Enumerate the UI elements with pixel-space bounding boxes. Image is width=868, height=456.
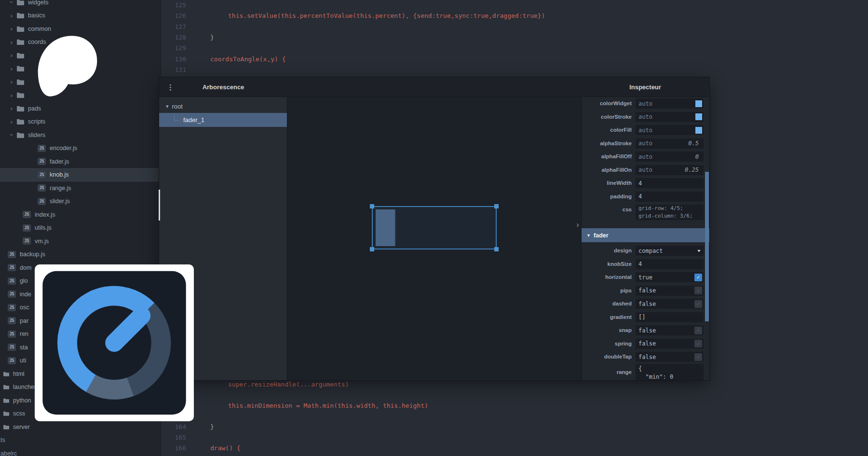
property-label: css bbox=[582, 205, 636, 215]
line-number: 125 bbox=[168, 1, 186, 12]
file-tree-item-vm-js[interactable]: JSvm.js bbox=[0, 235, 161, 248]
file-tree-item-label: uti bbox=[20, 357, 26, 364]
property-input-dashed[interactable]: false✓ bbox=[636, 299, 704, 309]
file-tree-item-index-js[interactable]: JSindex.js bbox=[0, 208, 161, 221]
js-file-icon: JS bbox=[8, 277, 16, 285]
selection-handle[interactable] bbox=[370, 204, 374, 208]
tree-node-fader[interactable]: fader_1 bbox=[159, 113, 287, 127]
js-file-icon: JS bbox=[38, 145, 46, 152]
color-swatch[interactable] bbox=[695, 127, 702, 134]
property-input-knobSize[interactable]: 4 bbox=[636, 259, 704, 269]
panel-drag-handle[interactable] bbox=[159, 190, 160, 221]
checkbox-horizontal[interactable]: ✓ bbox=[694, 274, 702, 281]
file-tree-item-widgets[interactable]: ›widgets bbox=[0, 0, 161, 9]
color-swatch[interactable] bbox=[695, 100, 702, 107]
property-input-horizontal[interactable]: true✓ bbox=[636, 272, 704, 282]
folder-icon bbox=[3, 398, 9, 403]
property-input-css[interactable]: grid-row: 4/5; grid-column: 3/6; bbox=[636, 205, 704, 220]
screen: 125126this.setValue(this.percentToValue(… bbox=[0, 0, 868, 456]
property-label: spring bbox=[582, 339, 636, 349]
file-tree-item-sliders[interactable]: ›sliders bbox=[0, 128, 161, 142]
property-input-gradient[interactable]: [] bbox=[636, 312, 704, 322]
property-input-padding[interactable]: 4 bbox=[636, 192, 704, 202]
collapse-panel-icon[interactable]: › bbox=[576, 220, 579, 230]
property-input-alphaFillOn[interactable]: auto0.25 bbox=[636, 165, 704, 175]
dropdown-caret-icon[interactable]: ▾ bbox=[697, 248, 701, 254]
file-tree-item-pads[interactable]: ›pads bbox=[0, 102, 161, 115]
file-tree-item-label: index.js bbox=[35, 211, 55, 218]
file-tree-item-basics[interactable]: ›basics bbox=[0, 9, 161, 23]
knob-tile bbox=[35, 264, 194, 421]
property-row-knobSize: knobSize4 bbox=[582, 258, 709, 271]
property-label: alphaFillOff bbox=[582, 152, 636, 162]
property-input-colorWidget[interactable]: auto bbox=[636, 98, 704, 109]
tree-node-root[interactable]: ▾ root bbox=[159, 99, 287, 113]
selection-handle[interactable] bbox=[370, 247, 374, 251]
checkbox-pips[interactable]: ✓ bbox=[694, 287, 702, 294]
file-tree-item-fader-js[interactable]: JSfader.js bbox=[0, 155, 161, 168]
property-default-value: 0 bbox=[695, 153, 699, 160]
folder-icon bbox=[17, 79, 24, 85]
property-input-doubleTap[interactable]: false✓ bbox=[636, 352, 704, 362]
folder-icon bbox=[17, 119, 24, 124]
property-input-design[interactable]: compact▾ bbox=[636, 246, 704, 256]
checkbox-spring[interactable]: ✓ bbox=[694, 340, 702, 347]
chevron-icon: › bbox=[9, 52, 14, 58]
file-tree-item-slider-js[interactable]: JSslider.js bbox=[0, 195, 161, 208]
inspector-section-fader[interactable]: ▾fader bbox=[582, 228, 709, 242]
property-value: auto bbox=[638, 153, 652, 160]
file-tree-item-label: par bbox=[20, 318, 28, 324]
js-file-icon: JS bbox=[38, 198, 46, 205]
file-tree-item-server[interactable]: server bbox=[0, 420, 161, 434]
folder-icon bbox=[3, 385, 9, 389]
property-row-css: cssgrid-row: 4/5; grid-column: 3/6; bbox=[582, 203, 709, 224]
js-file-icon: JS bbox=[8, 357, 16, 364]
property-input-snap[interactable]: false✓ bbox=[636, 325, 704, 335]
selection-handle[interactable] bbox=[494, 204, 499, 208]
property-input-alphaFillOff[interactable]: auto0 bbox=[636, 152, 704, 162]
checkbox-doubleTap[interactable]: ✓ bbox=[694, 353, 702, 361]
file-tree-item-abelrc[interactable]: abelrc bbox=[0, 447, 161, 456]
line-number: 130 bbox=[168, 55, 186, 66]
file-tree-item-backup-js[interactable]: JSbackup.js bbox=[0, 248, 161, 262]
property-value: 4 bbox=[638, 180, 642, 187]
chevron-icon: › bbox=[9, 39, 14, 45]
property-input-alphaStroke[interactable]: auto0.5 bbox=[636, 138, 704, 149]
folder-icon bbox=[17, 132, 24, 138]
property-input-pips[interactable]: false✓ bbox=[636, 286, 704, 296]
fader-widget[interactable] bbox=[372, 206, 497, 249]
inspector-panel: colorWidgetautocolorStrokeautocolorFilla… bbox=[581, 97, 709, 380]
knob-icon bbox=[38, 267, 191, 418]
property-default-value: 0.5 bbox=[688, 140, 699, 147]
file-tree-item-ts[interactable]: ts bbox=[0, 434, 161, 447]
property-input-lineWidth[interactable]: 4 bbox=[636, 178, 704, 188]
file-tree-item-encoder-js[interactable]: JSencoder.js bbox=[0, 142, 161, 155]
file-tree-item-knob-js[interactable]: JSknob.js bbox=[0, 168, 161, 182]
file-tree-item-label: pads bbox=[28, 105, 41, 112]
file-tree-item-scripts[interactable]: ›scripts bbox=[0, 115, 161, 129]
property-input-range[interactable]: { "min": 0 bbox=[636, 364, 704, 381]
checkbox-snap[interactable]: ✓ bbox=[694, 327, 702, 334]
file-tree-item-label: knob.js bbox=[50, 171, 69, 178]
property-value: auto bbox=[638, 100, 652, 107]
property-input-colorFill[interactable]: auto bbox=[636, 125, 704, 135]
color-swatch[interactable] bbox=[695, 113, 702, 120]
property-value: true bbox=[638, 274, 652, 281]
checkbox-dashed[interactable]: ✓ bbox=[694, 300, 702, 308]
fader-knob[interactable] bbox=[376, 209, 396, 246]
inspector-scrollbar[interactable] bbox=[705, 172, 709, 321]
property-input-spring[interactable]: false✓ bbox=[636, 339, 704, 349]
js-file-icon: JS bbox=[8, 290, 16, 298]
folder-icon bbox=[17, 13, 24, 18]
tree-guide bbox=[174, 116, 179, 121]
property-input-colorStroke[interactable]: auto bbox=[636, 112, 704, 122]
file-tree-item-range-js[interactable]: JSrange.js bbox=[0, 181, 161, 195]
file-tree-item-label: utils.js bbox=[35, 224, 52, 231]
file-tree-item-label: osc bbox=[20, 304, 29, 311]
folder-icon bbox=[17, 26, 24, 32]
kebab-menu-icon[interactable]: ⋮ bbox=[167, 83, 174, 92]
file-tree-item-utils-js[interactable]: JSutils.js bbox=[0, 221, 161, 235]
property-label: design bbox=[582, 246, 636, 256]
selection-handle[interactable] bbox=[494, 247, 499, 251]
js-file-icon: JS bbox=[23, 211, 31, 218]
